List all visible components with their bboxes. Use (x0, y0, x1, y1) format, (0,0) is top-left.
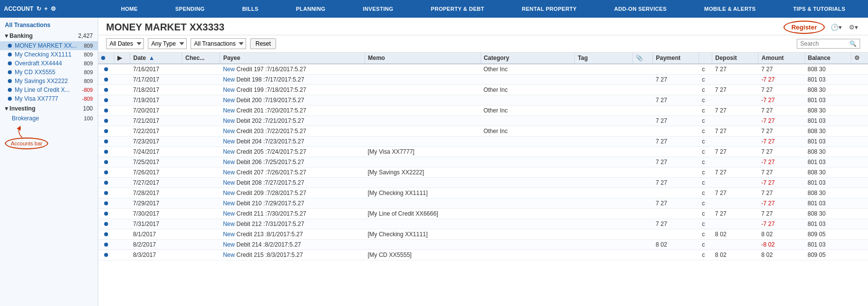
add-icon[interactable]: + (44, 5, 48, 12)
cell-gear (851, 95, 868, 106)
transactions-table: ▶ Date ▲ Chec... Payee Memo Category Tag… (98, 53, 868, 260)
table-row[interactable]: 7/16/2017 New Credit 197 :7/16/2017:5.27… (98, 64, 868, 75)
cell-dot (98, 167, 114, 178)
sidebar-item-money-market[interactable]: MONEY MARKET XX... 809 (0, 41, 98, 50)
cell-memo (365, 157, 481, 167)
cell-payee[interactable]: New Credit 205 :7/24/2017:5.27 (220, 147, 365, 157)
cell-check (182, 95, 220, 106)
nav-rental-property[interactable]: RENTAL PROPERTY (518, 6, 581, 12)
sidebar-item-overdraft[interactable]: Overdraft XX4444 809 (0, 59, 98, 68)
cell-payee[interactable]: New Credit 209 :7/28/2017:5.27 (220, 188, 365, 198)
cell-gear (851, 75, 868, 85)
cell-payee[interactable]: New Credit 211 :7/30/2017:5.27 (220, 209, 365, 219)
sidebar-all-transactions[interactable]: All Transactions (0, 20, 98, 30)
cell-gear (851, 209, 868, 219)
table-row[interactable]: 7/22/2017 New Credit 203 :7/22/2017:5.27… (98, 126, 868, 137)
cell-payee[interactable]: New Debit 208 :7/27/2017:5.27 (220, 178, 365, 188)
transactions-filter[interactable]: All Transactions (191, 38, 246, 49)
content-header: MONEY MARKET XX3333 Register 🕑▾ ⚙▾ (98, 18, 868, 35)
th-date[interactable]: Date ▲ (130, 53, 182, 64)
th-amount: Amount (758, 53, 805, 64)
th-flag[interactable]: ▶ (114, 53, 130, 64)
search-input[interactable] (800, 40, 849, 47)
table-row[interactable]: 7/17/2017 New Debit 198 :7/17/2017:5.27 … (98, 75, 868, 85)
nav-tips-tutorials[interactable]: TIPS & TUTORIALS (789, 6, 849, 12)
nav-mobile-alerts[interactable]: MOBILE & ALERTS (700, 6, 759, 12)
cell-check (182, 157, 220, 167)
cell-date: 7/24/2017 (130, 147, 182, 157)
table-row[interactable]: 7/31/2017 New Debit 212 :7/31/2017:5.27 … (98, 219, 868, 229)
sidebar-item-label: My Line of Credit X... (15, 86, 82, 93)
cell-check (182, 198, 220, 209)
table-row[interactable]: 8/3/2017 New Credit 215 :8/3/2017:5.27 [… (98, 250, 868, 260)
table-row[interactable]: 8/1/2017 New Credit 213 :8/1/2017:5.27 [… (98, 229, 868, 240)
dot-icon (8, 79, 12, 83)
cell-payee[interactable]: New Debit 202 :7/21/2017:5.27 (220, 116, 365, 126)
table-row[interactable]: 7/23/2017 New Debit 204 :7/23/2017:5.27 … (98, 137, 868, 147)
settings-icon[interactable]: ⚙ (51, 5, 56, 12)
nav-home[interactable]: HOME (117, 6, 141, 12)
cell-amount: 7 27 (758, 126, 805, 137)
sidebar-item-cd[interactable]: My CD XX5555 809 (0, 68, 98, 77)
th-cleared (699, 53, 712, 64)
table-row[interactable]: 7/18/2017 New Credit 199 :7/18/2017:5.27… (98, 85, 868, 95)
cell-balance: 801 03 (805, 116, 851, 126)
table-row[interactable]: 7/30/2017 New Credit 211 :7/30/2017:5.27… (98, 209, 868, 219)
nav-property-debt[interactable]: PROPERTY & DEBT (427, 6, 488, 12)
cell-payee[interactable]: New Credit 199 :7/18/2017:5.27 (220, 85, 365, 95)
cell-payee[interactable]: New Debit 210 :7/29/2017:5.27 (220, 198, 365, 209)
cell-gear (851, 126, 868, 137)
settings-button[interactable]: ⚙▾ (847, 23, 860, 32)
table-row[interactable]: 7/25/2017 New Debit 206 :7/25/2017:5.27 … (98, 157, 868, 167)
cell-payee[interactable]: New Debit 200 :7/19/2017:5.27 (220, 95, 365, 106)
cell-payee[interactable]: New Credit 203 :7/22/2017:5.27 (220, 126, 365, 137)
date-filter[interactable]: All Dates (106, 38, 144, 49)
table-row[interactable]: 7/28/2017 New Credit 209 :7/28/2017:5.27… (98, 188, 868, 198)
cell-payee[interactable]: New Credit 207 :7/26/2017:5.27 (220, 167, 365, 178)
cell-category (480, 95, 574, 106)
cell-flag (114, 95, 130, 106)
cell-payee[interactable]: New Debit 204 :7/23/2017:5.27 (220, 137, 365, 147)
table-row[interactable]: 7/29/2017 New Debit 210 :7/29/2017:5.27 … (98, 198, 868, 209)
type-filter[interactable]: Any Type (148, 38, 187, 49)
cell-payee[interactable]: New Credit 201 :7/20/2017:5.27 (220, 106, 365, 116)
sidebar-item-brokerage[interactable]: Brokerage 100 (0, 114, 98, 123)
table-row[interactable]: 7/20/2017 New Credit 201 :7/20/2017:5.27… (98, 106, 868, 116)
nav-addon-services[interactable]: ADD-ON SERVICES (610, 6, 671, 12)
sidebar-item-visa[interactable]: My Visa XX7777 -809 (0, 94, 98, 103)
cell-deposit (712, 178, 758, 188)
nav-investing[interactable]: INVESTING (359, 6, 397, 12)
sidebar-item-savings[interactable]: My Savings XX2222 809 (0, 77, 98, 85)
cell-payee[interactable]: New Credit 215 :8/3/2017:5.27 (220, 250, 365, 260)
refresh-icon[interactable]: ↻ (36, 5, 41, 12)
cell-gear (851, 250, 868, 260)
nav-bills[interactable]: BILLS (238, 6, 262, 12)
cell-payee[interactable]: New Debit 212 :7/31/2017:5.27 (220, 219, 365, 229)
cell-check (182, 116, 220, 126)
reset-button[interactable]: Reset (250, 38, 276, 49)
cell-payee[interactable]: New Debit 214 :8/2/2017:5.27 (220, 240, 365, 250)
table-row[interactable]: 7/19/2017 New Debit 200 :7/19/2017:5.27 … (98, 95, 868, 106)
cell-payee[interactable]: New Credit 197 :7/16/2017:5.27 (220, 64, 365, 75)
sidebar-item-line-of-credit[interactable]: My Line of Credit X... -809 (0, 85, 98, 94)
table-row[interactable]: 8/2/2017 New Debit 214 :8/2/2017:5.27 8 … (98, 240, 868, 250)
table-row[interactable]: 7/21/2017 New Debit 202 :7/21/2017:5.27 … (98, 116, 868, 126)
table-row[interactable]: 7/26/2017 New Credit 207 :7/26/2017:5.27… (98, 167, 868, 178)
sidebar-item-checking[interactable]: My Checking XX1111 809 (0, 50, 98, 59)
cell-attachment (632, 250, 652, 260)
cell-payee[interactable]: New Debit 198 :7/17/2017:5.27 (220, 75, 365, 85)
cell-payee[interactable]: New Credit 213 :8/1/2017:5.27 (220, 229, 365, 240)
nav-planning[interactable]: PLANNING (292, 6, 329, 12)
th-gear[interactable]: ⚙ (851, 53, 868, 64)
cell-gear (851, 229, 868, 240)
history-button[interactable]: 🕑▾ (829, 23, 844, 32)
cell-tag (575, 250, 633, 260)
table-row[interactable]: 7/27/2017 New Debit 208 :7/27/2017:5.27 … (98, 178, 868, 188)
banking-section-count: 2,427 (78, 32, 93, 39)
cell-payee[interactable]: New Debit 206 :7/25/2017:5.27 (220, 157, 365, 167)
table-row[interactable]: 7/24/2017 New Credit 205 :7/24/2017:5.27… (98, 147, 868, 157)
cell-payment (653, 64, 699, 75)
cell-attachment (632, 209, 652, 219)
nav-spending[interactable]: SPENDING (171, 6, 209, 12)
cell-category (480, 116, 574, 126)
